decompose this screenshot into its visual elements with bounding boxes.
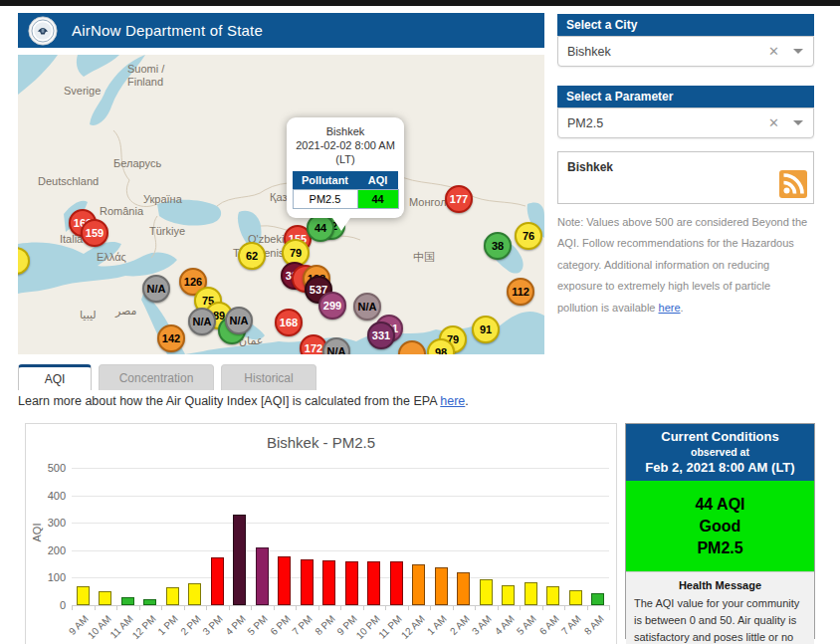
learn-more-text: Learn more about how the Air Quality Ind… [18, 394, 469, 408]
health-message-panel: Health Message The AQI value for your co… [626, 571, 814, 644]
tab-concentration[interactable]: Concentration [99, 364, 214, 390]
chart-bar [211, 557, 224, 605]
chart-x-tick-mark [340, 605, 341, 610]
popup-aqi-value: 44 [357, 190, 398, 209]
chart-bar [233, 515, 246, 605]
aqi-marker[interactable]: N/A [188, 308, 216, 335]
chart-gridline [72, 523, 609, 524]
chart-x-tick-mark [564, 605, 565, 610]
chart-x-tick-mark [139, 605, 140, 610]
chart-x-tick-mark [587, 605, 588, 610]
map-place-label: Україна [143, 193, 182, 205]
aqi-marker[interactable]: 44 [307, 214, 334, 242]
aqi-marker[interactable]: 38 [484, 232, 512, 260]
chart-x-tick-mark [184, 605, 185, 610]
aqi-marker[interactable]: 177 [445, 185, 473, 213]
note-here-link[interactable]: here [659, 302, 681, 314]
chart-gridline [72, 496, 609, 497]
chart-bar [480, 579, 493, 605]
popup-city: Bishkek [291, 124, 400, 138]
aqi-marker[interactable]: 159 [81, 219, 108, 247]
map-place-label: 中国 [413, 250, 435, 265]
chart-bar [457, 572, 470, 605]
aqi-marker[interactable]: 112 [507, 278, 534, 306]
aqi-marker[interactable]: N/A [353, 293, 381, 321]
rss-feed-box: Bishkek [557, 151, 814, 204]
aqi-marker[interactable]: 91 [472, 316, 500, 343]
chart-x-tick-mark [206, 605, 207, 610]
app-header: AirNow Department of State [18, 13, 544, 48]
chart-x-tick-mark [296, 605, 297, 610]
department-of-state-seal-icon [28, 16, 58, 46]
chart-gridline [72, 550, 609, 551]
chart-x-tick-mark [318, 605, 319, 610]
chart-x-tick-mark [498, 605, 499, 610]
observed-at-label: observed at [630, 446, 810, 458]
top-bar [0, 0, 840, 6]
city-dropdown-value: Bishkek [558, 45, 768, 59]
chevron-down-icon[interactable] [793, 49, 803, 54]
epa-here-link[interactable]: here [440, 394, 465, 408]
map-place-label: Türkiye [149, 225, 185, 237]
chart-bar [256, 547, 269, 605]
chevron-down-icon[interactable] [793, 120, 803, 125]
aqi-marker[interactable]: 142 [157, 324, 185, 352]
city-dropdown[interactable]: Bishkek ✕ [557, 36, 814, 67]
chart-x-tick-mark [520, 605, 521, 610]
chart-title: Bishkek - PM2.5 [26, 434, 616, 451]
chart-bar [367, 561, 380, 605]
chart-x-tick-mark [363, 605, 364, 610]
chart-bar [546, 586, 559, 605]
tab-historical[interactable]: Historical [221, 364, 316, 390]
chart-bar [569, 590, 582, 605]
popup-tail [332, 218, 350, 231]
select-city-header: Select a City [557, 14, 814, 36]
aqi-marker[interactable]: 299 [318, 292, 346, 320]
chart-x-tick-mark [72, 605, 73, 610]
app-title: AirNow Department of State [72, 22, 263, 39]
chart-x-tick-mark [274, 605, 275, 610]
aqi-marker[interactable]: 168 [275, 309, 303, 336]
chart-bar [591, 593, 604, 605]
chart-bar [77, 586, 90, 605]
parameter-dropdown[interactable]: PM2.5 ✕ [557, 107, 814, 138]
chart-x-tick-mark [475, 605, 476, 610]
chart-y-tick-label: 400 [32, 490, 66, 502]
rss-city-label: Bishkek [567, 160, 613, 174]
chart-y-tick-label: 200 [32, 544, 66, 556]
chart-bar [525, 582, 537, 605]
chart-bar [435, 567, 448, 605]
popup-datetime: 2021-02-02 8:00 AM [291, 138, 400, 152]
chart-x-tick-mark [229, 605, 230, 610]
current-conditions-panel: Current Conditions observed at Feb 2, 20… [625, 423, 815, 639]
map-place-label: Finland [127, 76, 163, 88]
aqi-marker[interactable]: N/A [225, 307, 253, 334]
chart-bar [502, 585, 515, 605]
observed-datetime: Feb 2, 2021 8:00 AM (LT) [630, 460, 810, 475]
chart-bar [390, 561, 403, 605]
popup-table: Pollutant AQI PM2.5 44 [293, 171, 399, 209]
aqi-bar-chart: Bishkek - PM2.5 AQI 01002003004005009 AM… [25, 423, 617, 644]
aqi-marker[interactable]: N/A [142, 275, 170, 303]
chart-x-tick-mark [408, 605, 409, 610]
aqi-marker[interactable]: 76 [515, 222, 542, 250]
chart-x-tick-mark [385, 605, 386, 610]
map[interactable]: Suomi /FinlandSverigeБеларусьDeutschland… [18, 55, 544, 354]
chart-bar [278, 556, 291, 605]
map-place-label: România [100, 205, 143, 217]
rss-icon[interactable] [779, 170, 807, 198]
map-place-label: مصر [115, 305, 137, 318]
note-text: Note: Values above 500 are considered Be… [557, 212, 814, 319]
map-place-label: Deutschland [38, 175, 99, 187]
clear-icon[interactable]: ✕ [768, 115, 779, 130]
chart-bar [121, 597, 134, 605]
chart-x-tick-mark [116, 605, 117, 610]
parameter-dropdown-value: PM2.5 [558, 116, 768, 130]
chart-gridline [72, 577, 609, 578]
map-place-label: Ελλάς [97, 251, 126, 263]
chart-x-tick-mark [430, 605, 431, 610]
tab-aqi[interactable]: AQI [18, 364, 92, 390]
aqi-marker[interactable]: 62 [238, 242, 266, 270]
clear-icon[interactable]: ✕ [768, 44, 779, 59]
aqi-marker[interactable]: 331 [367, 322, 395, 349]
